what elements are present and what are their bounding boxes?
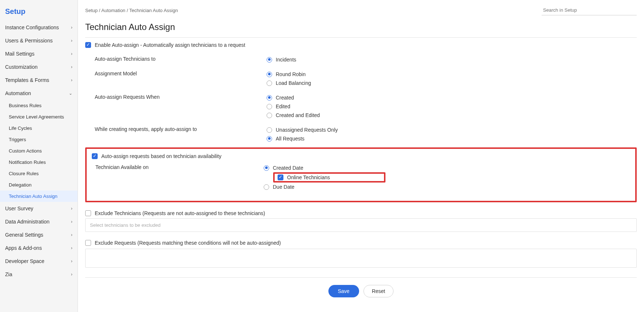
online-technicians-highlight: Online Technicians [273, 172, 385, 183]
sidebar-subitem-life-cycles[interactable]: Life Cycles [0, 123, 78, 134]
sidebar-subitem-technician-auto-assign[interactable]: Technician Auto Assign [0, 191, 78, 202]
sidebar-title[interactable]: Setup [0, 0, 78, 21]
sidebar-item-developer-space[interactable]: Developer Space› [0, 255, 78, 268]
apply-label: While creating requests, apply auto-assi… [95, 125, 267, 143]
chevron-right-icon: › [71, 206, 72, 211]
assign-to-incidents-radio[interactable] [267, 57, 272, 63]
sidebar-subitem-closure-rules[interactable]: Closure Rules [0, 168, 78, 179]
sidebar-item-instance-configurations[interactable]: Instance Configurations› [0, 21, 78, 34]
availability-label: Auto-assign requests based on technician… [101, 153, 221, 159]
chevron-right-icon: › [71, 232, 72, 237]
chevron-right-icon: › [71, 64, 72, 69]
sidebar-item-automation[interactable]: Automation⌄ [0, 87, 78, 100]
sidebar-item-templates-forms[interactable]: Templates & Forms› [0, 74, 78, 87]
sidebar-item-customization[interactable]: Customization› [0, 60, 78, 74]
sidebar-subitem-business-rules[interactable]: Business Rules [0, 100, 78, 111]
sidebar-item-apps-addons[interactable]: Apps & Add-ons› [0, 241, 78, 255]
chevron-right-icon: › [71, 272, 72, 277]
when-created-edited-radio[interactable] [267, 113, 272, 118]
sidebar-item-general-settings[interactable]: General Settings› [0, 228, 78, 241]
chevron-right-icon: › [71, 245, 72, 251]
breadcrumb[interactable]: Setup / Automation / Technician Auto Ass… [85, 8, 178, 13]
sidebar-item-users-permissions[interactable]: Users & Permissions› [0, 34, 78, 47]
exclude-technicians-select[interactable]: Select technicians to be excluded [85, 218, 637, 232]
reset-button[interactable]: Reset [364, 285, 394, 297]
chevron-right-icon: › [71, 25, 72, 30]
exclude-technicians-label: Exclude Technicians (Requests are not au… [95, 210, 265, 216]
all-requests-radio[interactable] [267, 136, 272, 142]
sidebar-item-data-administration[interactable]: Data Administration› [0, 215, 78, 228]
availability-section-highlight: Auto-assign requests based on technician… [85, 147, 637, 202]
sidebar: Setup Instance Configurations› Users & P… [0, 0, 78, 312]
chevron-right-icon: › [71, 259, 72, 264]
page-title: Technician Auto Assign [85, 19, 637, 38]
chevron-right-icon: › [71, 38, 72, 43]
unassigned-only-radio[interactable] [267, 127, 272, 133]
due-date-radio[interactable] [264, 184, 269, 190]
sidebar-item-zia[interactable]: Zia› [0, 268, 78, 281]
main-content: Setup / Automation / Technician Auto Ass… [78, 0, 644, 312]
available-on-label: Technician Available on [95, 163, 264, 191]
round-robin-radio[interactable] [267, 72, 272, 77]
sidebar-subitem-custom-actions[interactable]: Custom Actions [0, 145, 78, 157]
load-balancing-radio[interactable] [267, 80, 272, 86]
assign-to-label: Auto-assign Technicians to [95, 55, 267, 64]
sidebar-subitem-delegation[interactable]: Delegation [0, 179, 78, 191]
search-input[interactable] [542, 5, 637, 15]
sidebar-item-mail-settings[interactable]: Mail Settings› [0, 47, 78, 60]
save-button[interactable]: Save [328, 285, 359, 297]
exclude-requests-label: Exclude Requests (Requests matching thes… [95, 240, 281, 246]
enable-auto-assign-checkbox[interactable] [85, 42, 91, 48]
sidebar-subitem-triggers[interactable]: Triggers [0, 134, 78, 145]
created-date-radio[interactable] [264, 165, 269, 171]
when-edited-radio[interactable] [267, 104, 272, 109]
chevron-right-icon: › [71, 78, 72, 83]
exclude-requests-checkbox[interactable] [85, 240, 91, 246]
when-created-radio[interactable] [267, 95, 272, 101]
sidebar-subitem-notification-rules[interactable]: Notification Rules [0, 157, 78, 168]
sidebar-subitem-sla[interactable]: Service Level Agreements [0, 111, 78, 123]
model-label: Assignment Model [95, 70, 267, 87]
exclude-technicians-checkbox[interactable] [85, 210, 91, 216]
exclude-requests-box [85, 249, 637, 268]
when-label: Auto-assign Requests When [95, 93, 267, 120]
online-technicians-checkbox[interactable] [278, 174, 283, 180]
chevron-right-icon: › [71, 219, 72, 224]
chevron-down-icon: ⌄ [69, 91, 72, 96]
enable-auto-assign-label: Enable Auto-assign - Automatically assig… [95, 42, 245, 48]
sidebar-item-user-survey[interactable]: User Survey› [0, 202, 78, 215]
chevron-right-icon: › [71, 51, 72, 56]
availability-checkbox[interactable] [92, 153, 98, 159]
